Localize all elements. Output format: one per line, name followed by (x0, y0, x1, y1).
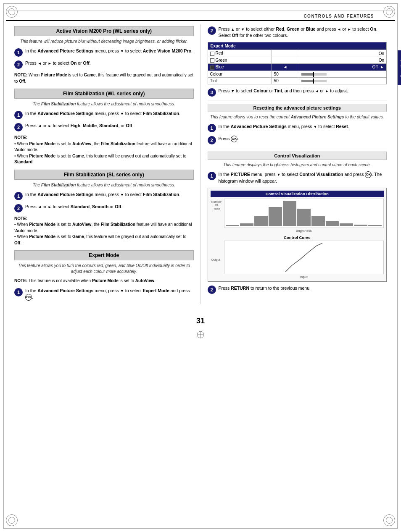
hist-bar-1 (226, 225, 240, 226)
step-num-1: 1 (14, 48, 23, 57)
histogram-label-bottom: Brightness (224, 229, 384, 233)
page-number: 31 (0, 312, 401, 330)
right-column: 2 Press or to select either Red, Green o… (201, 24, 387, 304)
table-row-colour: Colour 50 (208, 71, 387, 77)
red-checkbox (210, 52, 214, 56)
curve-box (224, 241, 384, 274)
control-viz-step1: 1 In the PICTURE menu, press to select C… (208, 171, 387, 184)
hist-bar-9 (340, 223, 353, 226)
controls-features-header: CONTROLS AND FEATURES (6, 10, 395, 21)
hist-bar-3 (254, 216, 268, 226)
active-vision-header: Active Vision M200 Pro (WL series only) (14, 26, 194, 36)
expert-mode-intro: This feature allows you to turn the colo… (14, 263, 194, 275)
curve-container: Control Curve Output Input (211, 235, 384, 279)
step-text-cv1: In the PICTURE menu, press to select Con… (219, 171, 387, 184)
step-num-r1: 1 (208, 124, 216, 132)
bottom-center-mark (0, 330, 401, 340)
left-column: Active Vision M200 Pro (WL series only) … (14, 24, 201, 304)
histogram-label-left: NumberOfPixels (211, 200, 222, 211)
hist-bar-7 (311, 216, 325, 226)
step-text-cv2: Press RETURN to return to the previous m… (219, 285, 387, 291)
hist-bar-4 (269, 207, 282, 226)
step-text-r1: In the Advanced Picture Settings menu, p… (219, 123, 387, 130)
step-num-em2: 2 (208, 26, 216, 35)
resetting-header: Resetting the advanced picture settings (208, 104, 387, 112)
table-row-tint: Tint 50 (208, 77, 387, 84)
expert-mode-step2: 2 Press or to select either Red, Green o… (208, 26, 387, 39)
resetting-intro: This feature allows you to reset the cur… (208, 114, 387, 120)
film-stab-wl-intro: The Film Stabilization feature allows th… (14, 101, 194, 107)
film-stab-sl-step1: 1 In the Advanced Picture Settings menu,… (14, 191, 194, 200)
hist-bar-5 (283, 201, 296, 226)
curve-title: Control Curve (211, 235, 384, 240)
step-num-fsl1: 1 (14, 192, 23, 200)
film-stab-sl-header: Film Stabilization (SL series only) (14, 170, 194, 180)
expert-table-header: Expert Mode (208, 42, 387, 50)
film-stab-wl-header: Film Stabilization (WL series only) (14, 89, 194, 99)
film-stab-wl-step2: 2 Press or to select High, Middle, Stand… (14, 123, 194, 131)
step-text-r2: Press OK. (219, 136, 387, 142)
expert-mode-table: Expert Mode Red On Green On Blue ◄ Off ►… (208, 42, 387, 84)
step-num-2: 2 (14, 60, 23, 69)
film-stab-sl-intro: The Film Stabilization feature allows th… (14, 182, 194, 188)
curve-label-bottom: Input (224, 275, 384, 279)
film-stab-wl-note: NOTE: • When Picture Mode is set to Auto… (14, 135, 194, 165)
step-num-em3: 3 (208, 88, 216, 97)
step-num-cv2: 2 (208, 286, 216, 294)
hist-bar-2 (240, 223, 253, 226)
hist-bar-6 (297, 209, 311, 226)
step-text-fsl2: Press or to select Standard, Smooth or O… (25, 204, 194, 210)
curve-svg (224, 241, 384, 274)
film-stab-sl-step2: 2 Press or to select Standard, Smooth or… (14, 204, 194, 212)
step-text-em3: Press to select Colour or Tint, and then… (219, 88, 387, 94)
expert-mode-header: Expert Mode (14, 250, 194, 260)
chart-container: Control Visualization Distribution Numbe… (208, 188, 387, 282)
chart-title: Control Visualization Distribution (211, 191, 384, 197)
green-checkbox (210, 58, 214, 63)
active-vision-step1: 1 In the Advanced Picture Settings menu,… (14, 48, 194, 57)
control-viz-intro: This feature displays the brightness his… (208, 162, 387, 168)
step-num-fsl2: 2 (14, 204, 23, 212)
resetting-step1: 1 In the Advanced Picture Settings menu,… (208, 123, 387, 132)
header (6, 0, 395, 10)
blue-checkbox (210, 66, 214, 70)
step-text-av1: In the Advanced Picture Settings menu, p… (25, 48, 194, 54)
divider-1 (208, 100, 387, 100)
step-text-em1: In the Advanced Picture Settings menu, p… (25, 288, 194, 301)
step-num-r2: 2 (208, 136, 216, 144)
control-viz-header: Control Visualization (208, 152, 387, 160)
hist-bar-8 (326, 221, 339, 226)
expert-mode-step1: 1 In the Advanced Picture Settings menu,… (14, 288, 194, 301)
histogram-area (224, 199, 384, 228)
resetting-step2: 2 Press OK. (208, 136, 387, 144)
main-content: Active Vision M200 Pro (WL series only) … (6, 21, 395, 307)
step-text-em2: Press or to select either Red, Green or … (219, 26, 387, 39)
step-text-fsl1: In the Advanced Picture Settings menu, p… (25, 191, 194, 198)
table-row-blue: Blue ◄ Off ► (208, 64, 387, 71)
corner-decoration-bl (6, 514, 18, 526)
active-vision-intro: This feature will reduce picture blur wi… (14, 39, 194, 45)
corner-decoration-br (383, 514, 395, 526)
table-row-green: Green On (208, 57, 387, 63)
step-num-em1: 1 (14, 288, 23, 296)
control-viz-step2: 2 Press RETURN to return to the previous… (208, 285, 387, 294)
bottom-crosshair-icon (196, 330, 205, 339)
table-row-red: Red On (208, 50, 387, 57)
step-text-fwl1: In the Advanced Picture Settings menu, p… (25, 110, 194, 117)
hist-bar-10 (354, 225, 367, 226)
curve-label-left: Output (211, 258, 220, 261)
active-vision-note: NOTE: When Picture Mode is set to Game, … (14, 72, 194, 84)
curve-wrapper: Output Input (211, 241, 384, 279)
step-text-fwl2: Press or to select High, Middle, Standar… (25, 123, 194, 129)
film-stab-wl-step1: 1 In the Advanced Picture Settings menu,… (14, 110, 194, 119)
film-stab-sl-note: NOTE: • When Picture Mode is set to Auto… (14, 216, 194, 246)
active-vision-step2: 2 Press or to select On or Off. (14, 60, 194, 69)
language-tab: English (398, 50, 401, 85)
histogram-wrapper: NumberOfPixels Brightness (211, 199, 384, 233)
expert-mode-note: NOTE: This feature is not available when… (14, 278, 194, 284)
hist-bar-11 (368, 225, 382, 226)
expert-mode-step3: 3 Press to select Colour or Tint, and th… (208, 88, 387, 97)
divider-2 (208, 148, 387, 148)
step-num-fwl1: 1 (14, 111, 23, 119)
step-num-cv1: 1 (208, 172, 216, 180)
